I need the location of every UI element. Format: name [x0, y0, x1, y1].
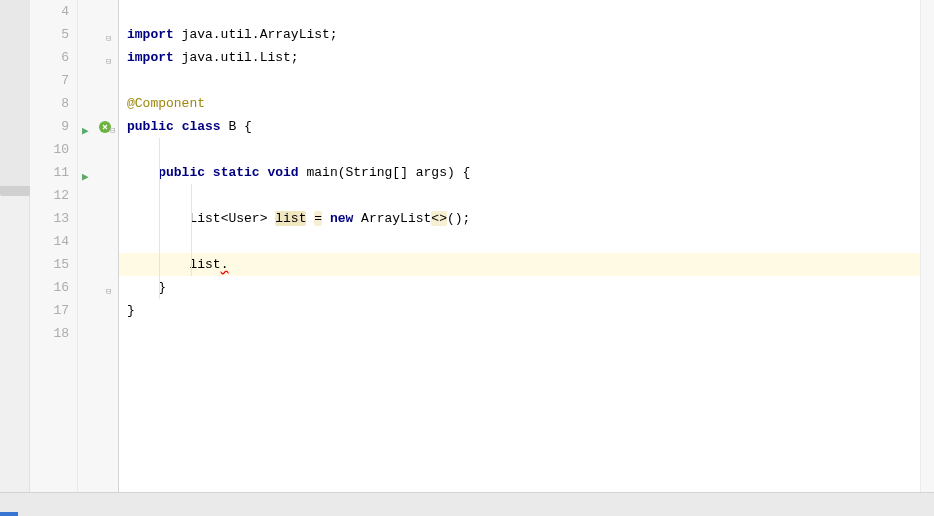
code-line: } [119, 299, 920, 322]
code-line [119, 322, 920, 345]
code-line [119, 184, 920, 207]
line-number[interactable]: 10 [30, 138, 69, 161]
variable-highlight: list [275, 211, 306, 226]
line-number[interactable]: 11 [30, 161, 69, 184]
code-line [119, 69, 920, 92]
line-numbers-column: 4 5 6 7 8 9 10 11 12 13 14 15 16 17 18 [30, 0, 78, 492]
line-number[interactable]: 7 [30, 69, 69, 92]
code-line [119, 0, 920, 23]
editor-gutter: 4 5 6 7 8 9 10 11 12 13 14 15 16 17 18 ⊟… [30, 0, 119, 492]
code-line [119, 138, 920, 161]
code-line [119, 230, 920, 253]
code-line: public static void main(String[] args) { [119, 161, 920, 184]
line-number[interactable]: 9 [30, 115, 69, 138]
code-line: public class B { [119, 115, 920, 138]
line-number[interactable]: 13 [30, 207, 69, 230]
editor-scrollbar[interactable] [920, 0, 934, 492]
line-number[interactable]: 4 [30, 0, 69, 23]
fold-expand-icon[interactable]: ⊟ [106, 51, 116, 61]
line-number[interactable]: 5 [30, 23, 69, 46]
line-number[interactable]: 8 [30, 92, 69, 115]
status-bar-indicator [0, 512, 18, 516]
line-number[interactable]: 18 [30, 322, 69, 345]
code-line: import java.util.ArrayList; [119, 23, 920, 46]
current-line[interactable]: list. [119, 253, 920, 276]
run-method-icon[interactable]: ▶ [82, 166, 96, 180]
code-line: List<User> list = new ArrayList<>(); [119, 207, 920, 230]
code-line: @Component [119, 92, 920, 115]
line-number[interactable]: 15 [30, 253, 69, 276]
code-line: } [119, 276, 920, 299]
left-margin-strip [0, 0, 30, 492]
fold-collapse-icon[interactable]: ⊟ [106, 28, 116, 38]
line-number[interactable]: 16 [30, 276, 69, 299]
run-class-icon[interactable]: ▶ [82, 120, 96, 134]
code-content-area[interactable]: import java.util.ArrayList; import java.… [119, 0, 920, 492]
line-number[interactable]: 12 [30, 184, 69, 207]
status-bar[interactable] [0, 492, 934, 516]
line-number[interactable]: 6 [30, 46, 69, 69]
code-editor[interactable]: 4 5 6 7 8 9 10 11 12 13 14 15 16 17 18 ⊟… [0, 0, 934, 492]
code-line: import java.util.List; [119, 46, 920, 69]
fold-end-icon[interactable]: ⊟ [106, 281, 116, 291]
line-number[interactable]: 14 [30, 230, 69, 253]
line-number[interactable]: 17 [30, 299, 69, 322]
gutter-icons-column: ⊟ ⊟ ▶ ⊟ ▶ ⊟ [78, 0, 118, 492]
syntax-error-marker: . [221, 257, 229, 272]
